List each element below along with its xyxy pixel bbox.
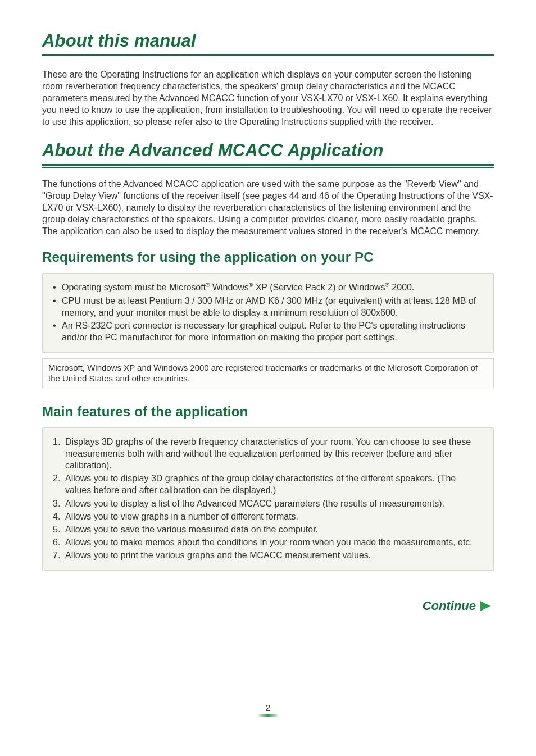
- requirements-panel: Operating system must be Microsoft® Wind…: [42, 273, 494, 353]
- feature-item: Allows you to save the various measured …: [53, 523, 483, 535]
- heading-about-app: About the Advanced MCACC Application: [42, 140, 494, 161]
- trademark-note: Microsoft, Windows XP and Windows 2000 a…: [42, 358, 494, 388]
- about-app-body: The functions of the Advanced MCACC appl…: [42, 178, 494, 238]
- req-text: XP (Service Pack 2) or Windows: [253, 283, 385, 292]
- registered-symbol: ®: [385, 282, 389, 288]
- req-text: Windows: [210, 283, 248, 292]
- continue-container: Continue: [42, 599, 494, 613]
- page-footer: 2: [0, 703, 536, 717]
- continue-link[interactable]: Continue: [423, 599, 490, 613]
- requirement-item: Operating system must be Microsoft® Wind…: [53, 281, 483, 293]
- feature-item: Displays 3D graphs of the reverb frequen…: [53, 436, 483, 471]
- requirement-item: An RS-232C port connector is necessary f…: [53, 320, 483, 343]
- feature-item: Allows you to display 3D graphics of the…: [53, 472, 483, 496]
- heading-about-manual: About this manual: [42, 31, 494, 51]
- heading-features: Main features of the application: [42, 404, 494, 420]
- features-panel: Displays 3D graphs of the reverb frequen…: [42, 427, 494, 571]
- page-number: 2: [266, 703, 270, 712]
- features-list: Displays 3D graphs of the reverb frequen…: [53, 436, 483, 561]
- heading-rule: [42, 164, 494, 168]
- feature-item: Allows you to display a list of the Adva…: [53, 498, 483, 509]
- document-page: About this manual These are the Operatin…: [0, 0, 536, 756]
- arrow-right-icon: [480, 601, 490, 611]
- heading-requirements: Requirements for using the application o…: [42, 249, 494, 265]
- feature-item: Allows you to make memos about the condi…: [53, 536, 483, 548]
- requirements-list: Operating system must be Microsoft® Wind…: [53, 281, 483, 343]
- feature-item: Allows you to print the various graphs a…: [53, 549, 483, 561]
- req-text: 2000.: [389, 283, 414, 292]
- about-manual-body: These are the Operating Instructions for…: [42, 69, 494, 128]
- heading-rule: [42, 54, 494, 58]
- req-text: Operating system must be Microsoft: [62, 283, 206, 292]
- requirement-item: CPU must be at least Pentium 3 / 300 MHz…: [53, 295, 483, 318]
- feature-item: Allows you to view graphs in a number of…: [53, 511, 483, 522]
- continue-label: Continue: [423, 599, 476, 613]
- page-number-decor-icon: [258, 714, 278, 717]
